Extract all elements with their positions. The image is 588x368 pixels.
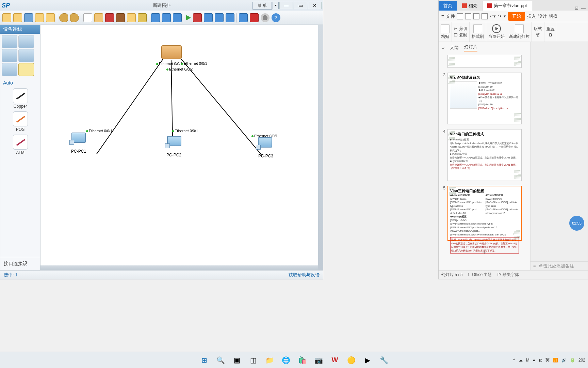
device-type-connection[interactable] — [18, 63, 34, 76]
copy-icon[interactable] — [454, 33, 458, 37]
pan-icon[interactable] — [94, 13, 103, 22]
store-button[interactable]: 🛍️ — [295, 353, 309, 367]
pc-device[interactable] — [256, 137, 273, 152]
print-icon[interactable] — [46, 13, 55, 22]
menu-transition[interactable]: 切换 — [549, 13, 558, 19]
tab-daoke[interactable]: 稻壳 — [457, 1, 483, 11]
pc-device[interactable] — [69, 133, 86, 148]
outline-tab[interactable]: 大纲 — [450, 45, 459, 51]
cut-icon[interactable] — [454, 26, 458, 31]
undo-icon[interactable]: ↶▾ — [490, 14, 496, 19]
save-as-icon[interactable] — [465, 13, 471, 19]
paste-icon[interactable] — [441, 24, 450, 33]
onedrive-icon[interactable]: ☁ — [519, 358, 523, 363]
edge-button[interactable]: 🌐 — [279, 353, 293, 367]
zoom-out-icon[interactable] — [162, 13, 171, 22]
pointer-icon[interactable] — [83, 13, 92, 22]
topology-canvas[interactable]: Ethernet 0/0/1 Ethernet 0/0/3 Ethernet 0… — [40, 25, 321, 263]
app-button[interactable]: 🟡 — [344, 353, 358, 367]
switch-device[interactable] — [161, 45, 182, 59]
collapse-icon[interactable]: « — [442, 45, 444, 50]
device-type-firewall[interactable] — [2, 63, 17, 76]
palette-icon[interactable] — [138, 13, 147, 22]
device-type-wlan[interactable] — [18, 35, 34, 48]
huawei-icon[interactable] — [250, 13, 259, 22]
format-painter-icon[interactable] — [473, 24, 482, 33]
ensp-taskbar-button[interactable]: 🔧 — [377, 353, 391, 367]
preview-icon[interactable] — [481, 13, 488, 19]
tray-chevron-icon[interactable]: ^ — [513, 358, 515, 363]
tray-app-icon[interactable]: M — [526, 358, 529, 363]
window-dash-icon[interactable]: ― — [581, 5, 586, 11]
menu-file[interactable]: 文件 — [446, 13, 455, 19]
capture-icon[interactable] — [204, 13, 213, 22]
tab-home[interactable]: 首页 — [439, 1, 457, 11]
menu-start[interactable]: 开始 — [508, 12, 525, 21]
ensp-menu-button[interactable]: 菜 单 — [252, 2, 272, 10]
notes-placeholder[interactable]: 单击此处添加备注 — [539, 263, 574, 269]
import-icon[interactable] — [226, 13, 234, 22]
help-icon[interactable]: ? — [272, 13, 280, 22]
thumbnail-list[interactable]: 3 Vlan的创建及命名 ◆单独一个vlan的创建 [SW1]vlan 10 ◆… — [439, 53, 530, 270]
redo-icon[interactable]: ↷ — [498, 14, 502, 19]
missing-font[interactable]: T? 缺失字体 — [497, 272, 519, 278]
zoom-in-icon[interactable] — [151, 13, 160, 22]
text-icon[interactable] — [127, 13, 136, 22]
copper-connection-icon[interactable] — [13, 88, 28, 103]
save-icon[interactable] — [457, 13, 463, 19]
ime-indicator[interactable]: 英 — [545, 357, 550, 363]
network-link[interactable] — [171, 60, 173, 138]
new-file-icon[interactable] — [2, 13, 11, 22]
save-icon[interactable] — [24, 13, 33, 22]
export-icon[interactable] — [215, 13, 224, 22]
save-as-icon[interactable] — [35, 13, 44, 22]
new-slide-icon[interactable] — [515, 24, 524, 33]
clock-date[interactable]: 202 — [578, 358, 585, 363]
dropdown-icon[interactable]: ▾ — [504, 14, 506, 19]
stop-icon[interactable] — [193, 13, 202, 22]
device-type-router[interactable] — [2, 35, 17, 48]
hamburger-icon[interactable]: ≡ — [441, 14, 444, 19]
search-button[interactable]: 🔍 — [214, 353, 227, 367]
device-type-switch[interactable] — [2, 49, 17, 62]
network-link[interactable] — [181, 59, 262, 156]
redo-icon[interactable] — [70, 13, 79, 22]
slide-edit-area[interactable]: 02:55 ≡ 单击此处添加备注 — [530, 42, 588, 270]
remove-icon[interactable] — [116, 13, 125, 22]
status-help-link[interactable]: 获取帮助与反馈 — [289, 272, 320, 278]
undo-icon[interactable] — [59, 13, 68, 22]
atm-connection-icon[interactable] — [13, 135, 28, 150]
fit-icon[interactable] — [173, 13, 182, 22]
menu-insert[interactable]: 插入 — [527, 13, 536, 19]
tab-file[interactable]: 第一章节vlan.ppt — [483, 1, 532, 11]
tool-icon[interactable] — [239, 13, 248, 22]
app-button[interactable]: ▶ — [361, 353, 374, 367]
slide-thumbnail-2[interactable] — [447, 55, 522, 68]
settings-icon[interactable] — [261, 13, 270, 22]
wifi-icon[interactable]: 📶 — [553, 358, 558, 363]
print-icon[interactable] — [473, 13, 479, 19]
horizontal-scrollbar[interactable] — [40, 265, 318, 270]
widgets-button[interactable]: ◫ — [246, 353, 260, 367]
minimize-button[interactable]: — — [279, 2, 293, 9]
slide-thumbnail-3[interactable]: Vlan的创建及命名 ◆单独一个vlan的创建 [SW1]vlan 10 ◆多个… — [447, 73, 522, 124]
slide-thumbnail-5[interactable]: Vlan三种端口的配置 ◆Access口的配置 [SW1]int e0/0/1 … — [447, 186, 522, 241]
notes-icon[interactable]: ≡ — [533, 263, 536, 269]
start-button[interactable]: ⊞ — [197, 353, 211, 367]
explorer-button[interactable]: 📁 — [263, 353, 276, 367]
slide-thumbnail-4[interactable]: Vlan端口的三种模式 ◆Access端口标置 此时命令port default… — [447, 129, 522, 181]
tray-app-icon[interactable]: ◐ — [539, 358, 542, 363]
network-link[interactable] — [96, 59, 163, 154]
menu-design[interactable]: 设计 — [538, 13, 547, 19]
task-view-button[interactable]: ▣ — [230, 353, 244, 367]
slides-tab[interactable]: 幻灯片 — [464, 44, 477, 51]
app-button[interactable]: 📷 — [312, 353, 325, 367]
tray-app-icon[interactable]: ● — [533, 358, 535, 363]
device-type-cloud[interactable] — [18, 49, 34, 62]
close-button[interactable]: ✕ — [308, 2, 322, 9]
battery-icon[interactable]: 🔋 — [570, 358, 575, 363]
delete-icon[interactable] — [105, 13, 114, 22]
open-file-icon[interactable] — [13, 13, 22, 22]
volume-icon[interactable]: 🔊 — [561, 358, 567, 363]
window-restore-icon[interactable]: ⊡ — [575, 5, 578, 11]
